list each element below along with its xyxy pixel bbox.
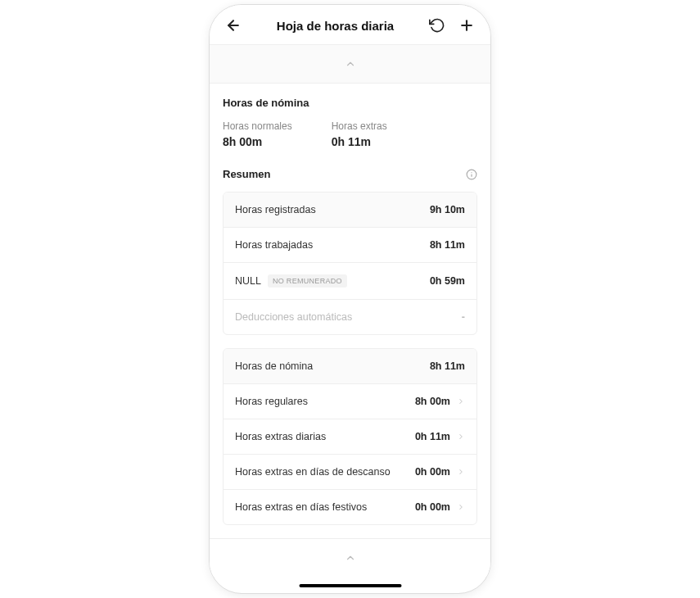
breakdown-card: Horas de nómina 8h 11m Horas regulares 8… [223, 348, 477, 525]
collapse-top[interactable] [210, 44, 490, 84]
collapse-bottom[interactable] [210, 538, 490, 577]
row-value: 9h 10m [430, 204, 465, 215]
back-button[interactable] [224, 16, 242, 34]
breakdown-row-payroll: Horas de nómina 8h 11m [224, 349, 476, 384]
null-label-text: NULL [235, 275, 261, 287]
chevron-right-icon [457, 468, 465, 476]
chevron-right-icon [457, 503, 465, 511]
add-button[interactable] [458, 16, 476, 34]
row-value: 8h 11m [430, 360, 465, 372]
summary-row-null: NULL NO REMUNERADO 0h 59m [224, 263, 476, 300]
page-title: Hoja de horas diaria [242, 19, 428, 33]
summary-row-worked: Horas trabajadas 8h 11m [224, 228, 476, 263]
plus-icon [458, 17, 475, 34]
row-label: Deducciones automáticas [235, 311, 352, 323]
breakdown-row-holiday-ot[interactable]: Horas extras en días festivos 0h 00m [224, 490, 476, 524]
row-label: Horas regulares [235, 396, 308, 407]
row-value: 8h 00m [415, 396, 465, 407]
regular-hours: Horas normales 8h 00m [223, 120, 292, 148]
chevron-up-icon [345, 552, 356, 564]
payroll-section: Horas de nómina Horas normales 8h 00m Ho… [210, 84, 490, 155]
payroll-title: Horas de nómina [223, 97, 477, 109]
header: Hoja de horas diaria [210, 5, 490, 44]
home-indicator [299, 584, 401, 587]
overtime-hours-label: Horas extras [332, 120, 387, 132]
content: Horas de nómina Horas normales 8h 00m Ho… [210, 84, 490, 577]
row-label: Horas extras diarias [235, 431, 326, 442]
row-label: Horas extras en días de descanso [235, 466, 391, 478]
row-value: 0h 59m [430, 275, 465, 287]
overtime-hours: Horas extras 0h 11m [332, 120, 387, 148]
row-value-text: 0h 11m [415, 431, 450, 442]
breakdown-row-daily-ot[interactable]: Horas extras diarias 0h 11m [224, 419, 476, 455]
row-label: Horas de nómina [235, 360, 313, 372]
row-value-text: 0h 00m [415, 501, 450, 513]
summary-section: Resumen [210, 155, 490, 192]
row-value: - [462, 311, 465, 323]
history-button[interactable] [428, 16, 446, 34]
phone-frame: Hoja de horas diaria Horas de nómina Hor… [209, 4, 491, 594]
row-value: 0h 11m [415, 431, 465, 442]
summary-row-logged: Horas registradas 9h 10m [224, 193, 476, 228]
history-icon [429, 17, 445, 34]
regular-hours-value: 8h 00m [223, 135, 292, 148]
summary-card: Horas registradas 9h 10m Horas trabajada… [223, 192, 477, 335]
summary-row-deductions: Deducciones automáticas - [224, 300, 476, 334]
chevron-right-icon [457, 397, 465, 405]
row-label: Horas trabajadas [235, 239, 313, 251]
arrow-left-icon [225, 17, 242, 34]
row-value-text: 8h 00m [415, 396, 450, 407]
breakdown-row-regular[interactable]: Horas regulares 8h 00m [224, 384, 476, 419]
row-label: NULL NO REMUNERADO [235, 274, 347, 288]
row-label: Horas extras en días festivos [235, 501, 367, 513]
row-value: 0h 00m [415, 501, 465, 513]
row-value-text: 0h 00m [415, 466, 450, 478]
row-value: 0h 00m [415, 466, 465, 478]
row-value: 8h 11m [430, 239, 465, 251]
row-label: Horas registradas [235, 204, 316, 215]
info-icon[interactable] [466, 169, 477, 180]
chevron-right-icon [457, 433, 465, 441]
overtime-hours-value: 0h 11m [332, 135, 387, 148]
summary-title: Resumen [223, 168, 271, 180]
breakdown-row-restday-ot[interactable]: Horas extras en días de descanso 0h 00m [224, 455, 476, 490]
payroll-stats: Horas normales 8h 00m Horas extras 0h 11… [223, 120, 477, 148]
chevron-up-icon [345, 58, 356, 70]
unpaid-badge: NO REMUNERADO [268, 274, 347, 288]
regular-hours-label: Horas normales [223, 120, 292, 132]
